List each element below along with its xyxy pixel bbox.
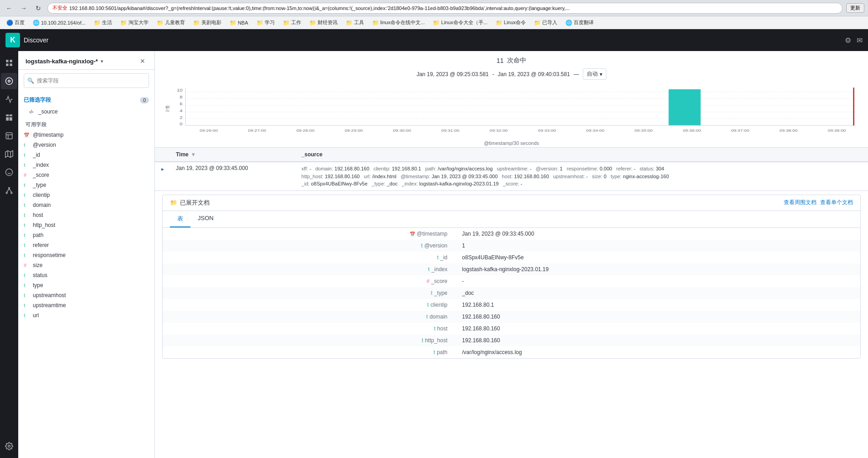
- field-status[interactable]: t status: [18, 270, 154, 280]
- bookmark-baidu[interactable]: 🔵 百度: [3, 18, 28, 27]
- selected-fields-header: 已筛选字段 0: [24, 93, 149, 107]
- bookmark-linux2[interactable]: 📁 Linux命令大全（手...: [429, 18, 491, 27]
- chart-time-from: Jan 19, 2023 @ 09:25:03.581: [416, 71, 488, 77]
- expand-button[interactable]: ▸: [160, 165, 165, 173]
- sidebar-close-button[interactable]: ✕: [138, 57, 147, 66]
- x-axis-label: @timestamp/30 seconds: [162, 140, 861, 146]
- field-score-name: _score: [33, 172, 49, 178]
- field-timestamp[interactable]: 📅 @timestamp: [18, 130, 154, 140]
- time-col-header[interactable]: Time ▾: [170, 148, 296, 162]
- back-button[interactable]: ←: [4, 3, 15, 14]
- doc-field-id-val: o8Spx4UBaElNwy-8Fv5e: [455, 252, 860, 263]
- svg-text:6: 6: [180, 102, 183, 106]
- doc-field-path-val: /var/log/nginx/access.log: [455, 346, 860, 358]
- field-type-row[interactable]: t type: [18, 280, 154, 290]
- field-upstreamtime[interactable]: t upstreamtime: [18, 300, 154, 310]
- field-index[interactable]: t _index: [18, 160, 154, 170]
- chart-hit-count: 11: [497, 57, 504, 64]
- field-id[interactable]: t _id: [18, 150, 154, 160]
- bookmark-linux3[interactable]: 📁 Linux命令: [492, 18, 529, 27]
- version-icon: t: [24, 142, 30, 148]
- bookmark-translate[interactable]: 🌐 百度翻译: [562, 18, 597, 27]
- svg-point-17: [9, 187, 10, 189]
- bookmark-work[interactable]: 📁 工作: [279, 18, 305, 27]
- svg-rect-0: [6, 60, 8, 62]
- doc-field-score-val: -: [455, 275, 860, 287]
- field-host[interactable]: t host: [18, 210, 154, 220]
- search-input[interactable]: [24, 73, 149, 88]
- sidebar-item-ml[interactable]: [1, 164, 17, 180]
- bookmark-tools[interactable]: 📁 工具: [342, 18, 368, 27]
- forward-button[interactable]: →: [18, 3, 29, 14]
- field-version[interactable]: t @version: [18, 140, 154, 150]
- field-path[interactable]: t path: [18, 230, 154, 240]
- settings-icon[interactable]: ⚙: [845, 36, 851, 45]
- field-source[interactable]: ‹/› _source: [24, 107, 149, 117]
- field-type[interactable]: t _type: [18, 180, 154, 190]
- type-icon: t: [24, 182, 30, 188]
- doc-field-clientip-name: t clientip: [163, 299, 455, 311]
- sidebar-item-dashboard[interactable]: [1, 109, 17, 126]
- field-type-name: _type: [33, 182, 46, 188]
- search-wrap: 🔍: [24, 73, 149, 88]
- doc-row-id: t _id o8Spx4UBaElNwy-8Fv5e: [163, 252, 860, 263]
- field-referer[interactable]: t referer: [18, 240, 154, 250]
- bookmark-life[interactable]: 📁 生活: [90, 18, 116, 27]
- sidebar-item-graph[interactable]: [1, 182, 17, 199]
- selected-fields-section: 已筛选字段 0 ‹/› _source: [18, 92, 154, 118]
- results-area[interactable]: Time ▾ _source ▸ Jan 19, 2023 @ 09:33:45…: [155, 148, 868, 458]
- field-http-host[interactable]: t http_host: [18, 220, 154, 230]
- reload-button[interactable]: ↻: [33, 3, 44, 14]
- timestamp-icon: 📅: [24, 133, 30, 138]
- linux-icon: 📁: [372, 20, 379, 26]
- auto-label: 自动: [587, 70, 598, 78]
- sidebar-item-discover[interactable]: [1, 73, 17, 89]
- bookmark-ip[interactable]: 🌐 10.100.202.164/of...: [29, 19, 89, 27]
- bookmark-movies[interactable]: 📁 美剧电影: [190, 18, 225, 27]
- bookmark-import[interactable]: 📁 已导入: [530, 18, 561, 27]
- svg-text:09:38:00: 09:38:00: [780, 129, 798, 133]
- expanded-doc-label: 已展开文档: [180, 199, 210, 207]
- svg-point-19: [11, 192, 12, 194]
- view-surrounding-link[interactable]: 查看周围文档: [784, 199, 817, 206]
- tab-json[interactable]: JSON: [190, 211, 221, 227]
- svg-text:09:26:00: 09:26:00: [200, 129, 218, 133]
- ip-icon: 🌐: [33, 20, 40, 26]
- doc-field-host-name: t host: [163, 323, 455, 334]
- field-responsetime[interactable]: t responsetime: [18, 250, 154, 260]
- field-domain[interactable]: t domain: [18, 200, 154, 210]
- auto-select[interactable]: 自动 ▾: [583, 68, 606, 80]
- field-size[interactable]: # size: [18, 260, 154, 270]
- update-button[interactable]: 更新: [846, 3, 864, 13]
- sidebar-item-canvas[interactable]: [1, 128, 17, 144]
- view-single-link[interactable]: 查看单个文档: [820, 199, 853, 206]
- svg-text:09:39:00: 09:39:00: [828, 129, 846, 133]
- bookmark-taobao[interactable]: 📁 淘宝大学: [117, 18, 152, 27]
- bookmark-linux[interactable]: 📁 linux命令在线中文...: [369, 18, 429, 27]
- url-bar[interactable]: 不安全 192.168.80.100:5601/app/kibana#/disc…: [47, 3, 842, 14]
- field-clientip[interactable]: t clientip: [18, 190, 154, 200]
- tab-table[interactable]: 表: [170, 211, 190, 227]
- selected-fields-label[interactable]: 已筛选字段: [24, 96, 51, 104]
- bookmark-nba[interactable]: 📁 NBA: [226, 19, 252, 27]
- histogram[interactable]: 0 2 4 6 8 10: [155, 83, 868, 147]
- svg-text:09:30:00: 09:30:00: [393, 129, 411, 133]
- doc-field-version-name: t @version: [163, 240, 455, 252]
- share-icon[interactable]: ✉: [857, 36, 863, 45]
- bookmark-study[interactable]: 📁 学习: [253, 18, 278, 27]
- sidebar-item-maps[interactable]: [1, 146, 17, 162]
- upstreamhost-icon: t: [24, 293, 30, 298]
- bookmark-children[interactable]: 📁 儿童教育: [153, 18, 189, 27]
- field-url[interactable]: t url: [18, 310, 154, 320]
- sidebar-item-home[interactable]: [1, 55, 17, 71]
- sidebar-item-settings[interactable]: [1, 438, 17, 454]
- chart-time-to: Jan 19, 2023 @ 09:40:03.581: [498, 71, 570, 77]
- field-upstreamhost-name: upstreamhost: [33, 292, 66, 298]
- sidebar-item-visualize[interactable]: [1, 91, 17, 108]
- content-area: 11 次命中 Jan 19, 2023 @ 09:25:03.581 - Jan…: [155, 51, 868, 458]
- bookmark-finance[interactable]: 📁 财经资讯: [306, 18, 341, 27]
- index-pattern-selector[interactable]: logstash-kafka-nginxlog-* ▾: [26, 58, 103, 65]
- field-score[interactable]: # _score: [18, 170, 154, 180]
- results-table: Time ▾ _source ▸ Jan 19, 2023 @ 09:33:45…: [155, 148, 868, 191]
- field-upstreamhost[interactable]: t upstreamhost: [18, 290, 154, 300]
